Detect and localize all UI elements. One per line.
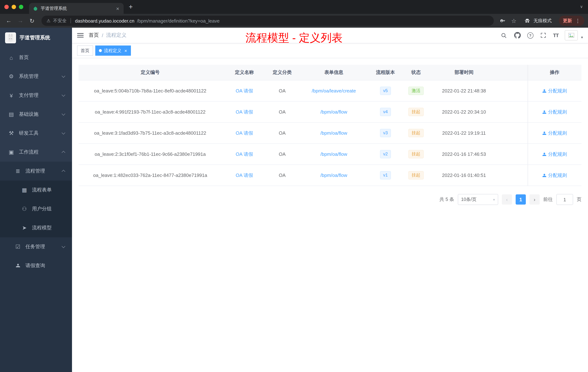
tag-close-icon[interactable]: × bbox=[124, 48, 127, 53]
forward-button[interactable]: → bbox=[15, 16, 25, 26]
sidebar-item-payment[interactable]: ¥ 支付管理 bbox=[0, 86, 72, 105]
assign-rule-link[interactable]: 分配规则 bbox=[542, 172, 567, 178]
github-icon[interactable] bbox=[514, 32, 521, 39]
help-icon[interactable]: ? bbox=[527, 32, 534, 38]
active-dot bbox=[99, 49, 102, 52]
definition-name-link[interactable]: OA 请假 bbox=[236, 88, 253, 93]
browser-tab[interactable]: 芋道管理系统 × bbox=[29, 3, 124, 14]
status-tag: 挂起 bbox=[408, 108, 424, 116]
table-header-row: 定义编号 定义名称 定义分类 表单信息 流程版本 状态 部署时间 操作 bbox=[79, 65, 581, 80]
incognito-label: 无痕模式 bbox=[534, 18, 552, 24]
sidebar-item-process-form[interactable]: ▦ 流程表单 bbox=[0, 181, 72, 199]
col-form-info: 表单信息 bbox=[297, 65, 370, 80]
avatar[interactable] bbox=[565, 30, 578, 40]
select-caret-icon: ▾ bbox=[493, 197, 495, 201]
definition-id: oa_leave:4:991f2193-7b7f-11ec-a3c8-acde4… bbox=[95, 109, 205, 115]
sidebar-item-process-model[interactable]: ➤ 流程模型 bbox=[0, 219, 72, 237]
definition-name-link[interactable]: OA 请假 bbox=[236, 172, 253, 178]
assign-rule-link[interactable]: 分配规则 bbox=[542, 88, 567, 94]
app-logo: 芋道管理系统 bbox=[0, 28, 72, 48]
incognito-icon bbox=[524, 17, 531, 24]
assign-rule-link[interactable]: 分配规则 bbox=[542, 151, 567, 157]
avatar-caret-icon[interactable]: ▾ bbox=[581, 35, 583, 39]
table-row: oa_leave:2:3c1f0ef1-76b1-11ec-9c66-a2380… bbox=[79, 144, 581, 165]
definition-name-link[interactable]: OA 请假 bbox=[236, 109, 253, 114]
form-link[interactable]: /bpm/oa/leave/create bbox=[312, 88, 356, 94]
sidebar-toggle-icon[interactable] bbox=[77, 33, 84, 37]
deploy-time: 2022-01-22 19:19:11 bbox=[442, 130, 486, 136]
minimize-window-button[interactable] bbox=[12, 5, 16, 9]
reload-button[interactable]: ↻ bbox=[27, 16, 37, 26]
form-link[interactable]: /bpm/oa/flow bbox=[320, 173, 347, 178]
sidebar-item-system[interactable]: ⚙ 系统管理 bbox=[0, 67, 72, 86]
pagination-total: 共 5 条 bbox=[440, 196, 454, 203]
sidebar: 芋道管理系统 ⌂ 首页 ⚙ 系统管理 ¥ 支付管理 ▤ 基础设施 bbox=[0, 28, 72, 372]
form-link[interactable]: /bpm/oa/flow bbox=[320, 130, 347, 136]
infrastructure-icon: ▤ bbox=[8, 111, 15, 118]
zoom-window-button[interactable] bbox=[19, 5, 23, 9]
security-warning-label[interactable]: 不安全 bbox=[53, 18, 67, 24]
fullscreen-icon[interactable] bbox=[540, 32, 547, 39]
next-page-button[interactable]: › bbox=[529, 194, 540, 205]
browser-update-chip[interactable]: 更新 ⋮ bbox=[559, 16, 584, 26]
definition-name-link[interactable]: OA 请假 bbox=[236, 130, 253, 136]
browser-menu-icon[interactable]: ⋮ bbox=[575, 18, 580, 24]
version-tag: v4 bbox=[380, 108, 391, 116]
version-tag: v3 bbox=[380, 129, 391, 137]
sidebar-item-workflow[interactable]: ▣ 工作流程 bbox=[0, 143, 72, 162]
breadcrumb-home[interactable]: 首页 bbox=[89, 32, 99, 39]
definition-name-link[interactable]: OA 请假 bbox=[236, 151, 253, 157]
workflow-icon: ▣ bbox=[8, 149, 15, 155]
sidebar-item-task-mgmt[interactable]: ☑ 任务管理 bbox=[0, 237, 72, 256]
user-group-icon: ⚇ bbox=[21, 206, 28, 212]
chevron-down-icon bbox=[62, 93, 65, 97]
status-tag: 挂起 bbox=[408, 129, 424, 137]
page-1-button[interactable]: 1 bbox=[516, 194, 526, 205]
definition-id: oa_leave:1:482ec033-762a-11ec-8477-a2380… bbox=[93, 173, 207, 178]
definition-table: 定义编号 定义名称 定义分类 表单信息 流程版本 状态 部署时间 操作 bbox=[79, 65, 581, 186]
person-icon bbox=[542, 152, 547, 156]
person-icon bbox=[542, 173, 547, 177]
sidebar-item-user-group[interactable]: ⚇ 用户分组 bbox=[0, 199, 72, 219]
status-tag: 挂起 bbox=[408, 171, 424, 179]
form-link[interactable]: /bpm/oa/flow bbox=[320, 152, 347, 157]
prev-page-button[interactable]: ‹ bbox=[502, 194, 512, 205]
update-label[interactable]: 更新 bbox=[563, 18, 572, 24]
task-icon: ☑ bbox=[15, 243, 21, 250]
close-window-button[interactable] bbox=[4, 5, 9, 9]
definition-id: oa_leave:2:3c1f0ef1-76b1-11ec-9c66-a2380… bbox=[94, 152, 206, 157]
assign-rule-link[interactable]: 分配规则 bbox=[542, 109, 567, 115]
password-key-icon[interactable] bbox=[498, 16, 508, 25]
new-tab-button[interactable]: + bbox=[124, 0, 138, 14]
logo-image bbox=[5, 33, 16, 43]
back-button[interactable]: ← bbox=[4, 16, 14, 26]
form-icon: ▦ bbox=[21, 187, 28, 193]
tag-home[interactable]: 首页 bbox=[77, 45, 93, 56]
goto-page-input[interactable] bbox=[556, 194, 573, 205]
sidebar-item-home[interactable]: ⌂ 首页 bbox=[0, 48, 72, 67]
process-mgmt-children: ▦ 流程表单 ⚇ 用户分组 ➤ 流程模型 bbox=[0, 181, 72, 237]
sidebar-item-devtools[interactable]: ⚒ 研发工具 bbox=[0, 124, 72, 143]
definition-category: OA bbox=[279, 130, 286, 136]
font-size-icon[interactable]: TT bbox=[553, 33, 558, 38]
tag-current[interactable]: 流程定义 × bbox=[95, 45, 131, 56]
sidebar-item-process-mgmt[interactable]: ≣ 流程管理 bbox=[0, 162, 72, 181]
form-link[interactable]: /bpm/oa/flow bbox=[320, 109, 347, 115]
search-icon[interactable] bbox=[500, 32, 508, 39]
deploy-time: 2022-01-22 21:48:38 bbox=[442, 88, 486, 94]
tab-search-chevron-icon[interactable]: ∨ bbox=[580, 4, 583, 9]
address-bar[interactable]: ⚠ 不安全 dashboard.yudao.iocoder.cn/bpm/man… bbox=[42, 16, 494, 26]
col-actions: 操作 bbox=[528, 65, 581, 80]
col-deploy-time: 部署时间 bbox=[431, 65, 497, 80]
tab-close-icon[interactable]: × bbox=[115, 5, 120, 11]
sidebar-item-leave-query[interactable]: 请假查询 bbox=[0, 256, 72, 275]
breadcrumb-current: 流程定义 bbox=[106, 32, 126, 39]
definition-id: oa_leave:5:004b710b-7b8a-11ec-8ef0-acde4… bbox=[94, 88, 206, 94]
breadcrumb: 首页 / 流程定义 bbox=[89, 32, 126, 39]
bookmark-star-icon[interactable]: ☆ bbox=[509, 16, 519, 25]
sidebar-item-infrastructure[interactable]: ▤ 基础设施 bbox=[0, 105, 72, 124]
deploy-time: 2022-01-16 17:46:53 bbox=[442, 152, 486, 157]
assign-rule-link[interactable]: 分配规则 bbox=[542, 130, 567, 136]
definition-category: OA bbox=[279, 109, 286, 115]
page-size-select[interactable]: 10条/页 ▾ bbox=[458, 194, 498, 205]
